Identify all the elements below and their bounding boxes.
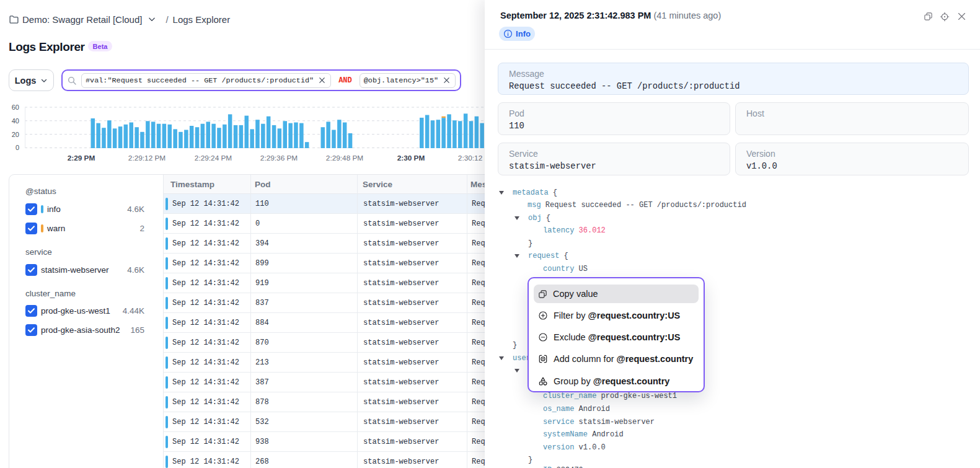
svg-text:2:30 PM: 2:30 PM bbox=[397, 154, 425, 162]
svg-text:2:29:48 PM: 2:29:48 PM bbox=[326, 154, 363, 162]
svg-text:2:29:36 PM: 2:29:36 PM bbox=[260, 154, 298, 162]
svg-text:20: 20 bbox=[12, 131, 19, 138]
svg-text:2:29 PM: 2:29 PM bbox=[68, 154, 95, 162]
svg-text:2:29:12 PM: 2:29:12 PM bbox=[128, 154, 166, 162]
svg-text:60: 60 bbox=[12, 104, 19, 111]
svg-text:0: 0 bbox=[15, 144, 19, 151]
svg-text:40: 40 bbox=[12, 117, 19, 125]
svg-text:2:29:24 PM: 2:29:24 PM bbox=[195, 154, 232, 162]
